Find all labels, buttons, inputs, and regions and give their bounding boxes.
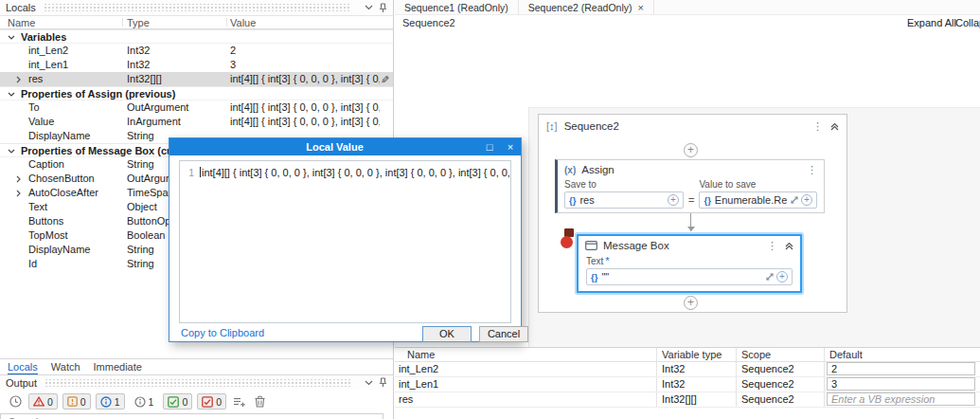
collapse-icon[interactable] — [830, 122, 839, 131]
kebab-menu-icon[interactable]: ⋮ — [767, 240, 777, 252]
locals-panel-header[interactable]: Locals — [0, 0, 393, 15]
cell-type: Int32 — [662, 362, 685, 376]
messagebox-header[interactable]: Message Box ⋮ — [579, 236, 800, 255]
maximize-icon[interactable]: □ — [479, 141, 500, 153]
messagebox-activity-selected[interactable]: Message Box ⋮ Text* {} "" — [577, 234, 802, 293]
cell-value: int[4][] { int[3] { 0, 0, 0 }, int[3] { … — [230, 100, 380, 115]
default-value-input[interactable]: 3 — [827, 377, 975, 391]
expression-editor[interactable]: 1 int[4][] { int[3] { 0, 0, 0 }, int[3] … — [179, 160, 511, 323]
chevron-right-icon[interactable] — [16, 190, 21, 197]
chevron-right-icon[interactable] — [16, 76, 21, 83]
collapse-all-button[interactable]: Collapse All — [955, 17, 980, 28]
cell-type: OutArgument — [127, 100, 225, 115]
output-panel-header[interactable]: Output — [0, 374, 393, 390]
copy-to-clipboard-link[interactable]: Copy to Clipboard — [181, 327, 264, 338]
default-value-input[interactable]: 2 — [827, 362, 975, 375]
clear-output-trash-icon[interactable] — [255, 395, 265, 408]
expand-editor-icon[interactable] — [766, 273, 774, 281]
table-row[interactable]: To OutArgument int[4][] { int[3] { 0, 0,… — [0, 100, 393, 115]
chevron-down-icon[interactable] — [365, 380, 373, 386]
plus-circle-icon[interactable]: + — [776, 271, 788, 282]
search-input[interactable] — [0, 413, 383, 419]
drag-grip[interactable] — [44, 4, 351, 11]
col-variable-type[interactable]: Variable type — [662, 348, 722, 362]
cell-type: Int32 — [662, 377, 685, 392]
expression-text: int[4][] { int[3] { 0, 0, 0 }, int[3] { … — [202, 167, 510, 178]
column-divider — [736, 392, 737, 407]
tab-locals[interactable]: Locals — [8, 359, 38, 375]
chevron-right-icon[interactable] — [16, 175, 21, 183]
edit-value-icon[interactable]: ✎ — [381, 73, 389, 87]
save-to-value: res — [579, 194, 594, 206]
tab-immediate[interactable]: Immediate — [94, 359, 142, 375]
plus-circle-icon[interactable]: + — [668, 194, 679, 206]
assign-activity[interactable]: (x) Assign ⋮ Save to {} res + — [555, 159, 825, 213]
errors-filter-button[interactable]: 0 — [28, 393, 58, 410]
column-divider — [824, 348, 825, 361]
add-to-watch-icon[interactable] — [233, 396, 246, 408]
cancel-button[interactable]: Cancel — [479, 326, 528, 342]
collapse-icon[interactable] — [785, 242, 793, 250]
tab-watch[interactable]: Watch — [51, 359, 80, 375]
table-row[interactable]: int_Len2 Int32 2 — [0, 44, 393, 58]
col-type[interactable]: Type — [127, 17, 150, 28]
expand-all-button[interactable]: Expand All — [907, 17, 956, 28]
drag-grip[interactable] — [45, 379, 351, 387]
success-filter-button[interactable]: 0 — [163, 393, 192, 410]
dialog-title-bar[interactable]: Local Value □ × — [169, 138, 521, 155]
column-divider[interactable] — [122, 18, 123, 27]
group-row-variables[interactable]: Variables — [0, 29, 393, 44]
variable-row[interactable]: res Int32[][] Sequence2 Enter a VB expre… — [395, 392, 980, 408]
col-value[interactable]: Value — [230, 17, 256, 28]
sequence-activity[interactable]: [↕] Sequence2 ⋮ + (x) Assign ⋮ — [538, 114, 847, 313]
chevron-down-icon[interactable] — [8, 92, 15, 97]
add-activity-button[interactable]: + — [684, 296, 698, 310]
cell-name: int_Len1 — [399, 377, 438, 392]
add-activity-button[interactable]: + — [684, 143, 698, 157]
cell-name: Id — [28, 257, 121, 271]
chevron-down-icon[interactable] — [8, 35, 15, 40]
chevron-down-icon[interactable] — [8, 149, 15, 154]
col-name[interactable]: Name — [407, 348, 435, 362]
failed-filter-button[interactable]: 0 — [197, 393, 226, 410]
value-to-save-field[interactable]: {} Enumerable.Repeat(N + — [699, 191, 817, 209]
close-icon[interactable]: × — [500, 141, 521, 153]
messagebox-text-field[interactable]: {} "" + — [586, 268, 793, 285]
cell-name: DisplayName — [28, 243, 121, 257]
table-row[interactable]: int_Len1 Int32 3 — [0, 58, 393, 72]
kebab-menu-icon[interactable]: ⋮ — [807, 164, 817, 176]
trace-filter-button[interactable]: 1 — [130, 393, 159, 410]
pin-icon[interactable] — [379, 377, 387, 388]
save-to-field[interactable]: {} res + — [564, 191, 684, 209]
variable-row[interactable]: int_Len2 Int32 Sequence2 2 — [395, 362, 980, 377]
ok-button[interactable]: OK — [422, 326, 472, 342]
assign-header[interactable]: (x) Assign ⋮ — [558, 160, 824, 179]
column-divider[interactable] — [226, 18, 227, 27]
pin-icon[interactable] — [379, 3, 387, 13]
table-row-selected[interactable]: res Int32[][] int[4][] { int[3] { 0, 0, … — [0, 72, 393, 86]
timestamp-toggle-icon[interactable] — [9, 395, 22, 408]
braces-icon: {} — [591, 272, 597, 282]
plus-circle-icon[interactable]: + — [801, 194, 812, 206]
col-scope[interactable]: Scope — [741, 348, 771, 362]
tab-sequence1[interactable]: Sequence1 (ReadOnly) — [395, 0, 519, 15]
braces-icon: {} — [704, 195, 710, 206]
value-to-save-value: Enumerable.Repeat(N — [715, 194, 787, 206]
kebab-menu-icon[interactable]: ⋮ — [812, 120, 823, 133]
close-tab-icon[interactable]: × — [637, 2, 643, 13]
breadcrumb[interactable]: Sequence2 — [402, 17, 455, 28]
chevron-down-icon[interactable] — [365, 5, 373, 10]
table-row[interactable]: Value InArgument int[4][] { int[3] { 0, … — [0, 115, 393, 129]
warnings-filter-button[interactable]: 0 — [62, 393, 91, 410]
sequence-header[interactable]: [↕] Sequence2 ⋮ — [539, 115, 846, 137]
variable-row[interactable]: int_Len1 Int32 Sequence2 3 — [395, 377, 980, 392]
expand-editor-icon[interactable] — [791, 196, 798, 204]
col-default[interactable]: Default — [829, 348, 863, 362]
tab-sequence2[interactable]: Sequence2 (ReadOnly) × — [519, 0, 654, 15]
group-row-assign-props[interactable]: Properties of Assign (previous) — [0, 86, 393, 100]
cell-name: DisplayName — [28, 129, 121, 143]
col-name[interactable]: Name — [8, 17, 35, 28]
default-value-input-placeholder[interactable]: Enter a VB expression — [827, 392, 975, 406]
info-filter-button[interactable]: 1 — [96, 393, 125, 410]
breakpoint-icon[interactable] — [561, 236, 573, 248]
